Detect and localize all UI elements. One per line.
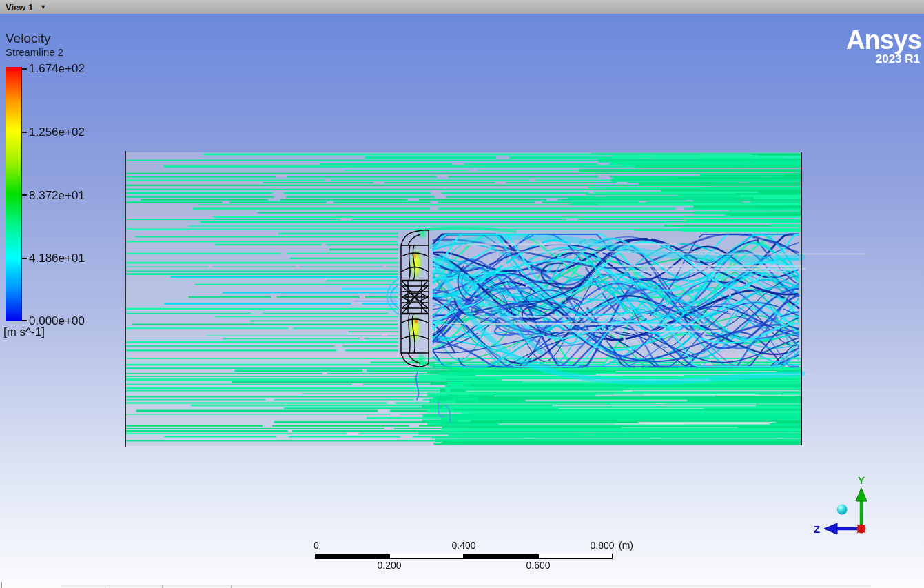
legend-tick-mark xyxy=(21,68,27,70)
view-title-bar: View 1 ▼ xyxy=(0,0,924,14)
ruler-segment xyxy=(538,554,613,559)
viewport-3d-streamlines[interactable] xyxy=(0,14,924,582)
ansys-logo: Ansys 2023 R1 xyxy=(846,26,921,66)
z-axis-arrowhead xyxy=(824,523,837,534)
legend-tick-mark xyxy=(21,194,27,196)
legend-tick-label: 4.186e+01 xyxy=(29,252,85,265)
ruler-segment xyxy=(315,554,389,559)
dropdown-caret-icon: ▼ xyxy=(40,0,46,14)
legend-title: Velocity xyxy=(6,31,50,46)
origin-marker xyxy=(857,525,865,533)
legend-tick-label: 8.372e+01 xyxy=(29,189,85,203)
legend-subtitle: Streamline 2 xyxy=(6,46,63,58)
view-label: View 1 xyxy=(6,2,33,12)
legend-tick-mark xyxy=(21,132,27,133)
ruler-segment xyxy=(464,554,538,559)
footer-strip xyxy=(0,582,924,588)
tab-divider xyxy=(105,585,105,588)
tab-divider xyxy=(162,585,163,588)
legend-tick-mark xyxy=(21,258,27,259)
z-axis-label: Z xyxy=(814,523,820,535)
y-axis-label: Y xyxy=(858,474,865,486)
ansys-wordmark: Ansys xyxy=(846,26,921,54)
legend-colorbar xyxy=(6,67,22,321)
ruler-label: 0.200 xyxy=(377,560,401,571)
ansys-version: 2023 R1 xyxy=(846,52,921,66)
application-window: View 1 ▼ Velocity Streamline 2 1.674e+02… xyxy=(0,0,924,588)
legend-units-label: [m s^-1] xyxy=(3,325,45,339)
legend-tick-label: 1.674e+02 xyxy=(29,62,85,76)
axis-triad[interactable]: Y Z xyxy=(812,473,889,543)
ruler-unit-label: (m) xyxy=(619,540,633,551)
ruler-label: 0.600 xyxy=(526,560,550,571)
y-axis-arrowhead xyxy=(856,488,867,501)
view-selector[interactable]: View 1 ▼ xyxy=(0,0,46,14)
panel-edge xyxy=(1,582,2,588)
ruler-segment xyxy=(389,554,464,559)
ruler-label: 0.800 xyxy=(590,540,614,551)
x-axis-sphere xyxy=(837,505,848,515)
ruler-label: 0.400 xyxy=(451,540,475,551)
ruler-label: 0 xyxy=(314,540,319,551)
tab-divider xyxy=(231,585,232,588)
docked-tab-strip[interactable] xyxy=(61,585,871,588)
legend-tick-label: 1.256e+02 xyxy=(29,125,85,139)
legend-tick-mark xyxy=(21,320,27,321)
